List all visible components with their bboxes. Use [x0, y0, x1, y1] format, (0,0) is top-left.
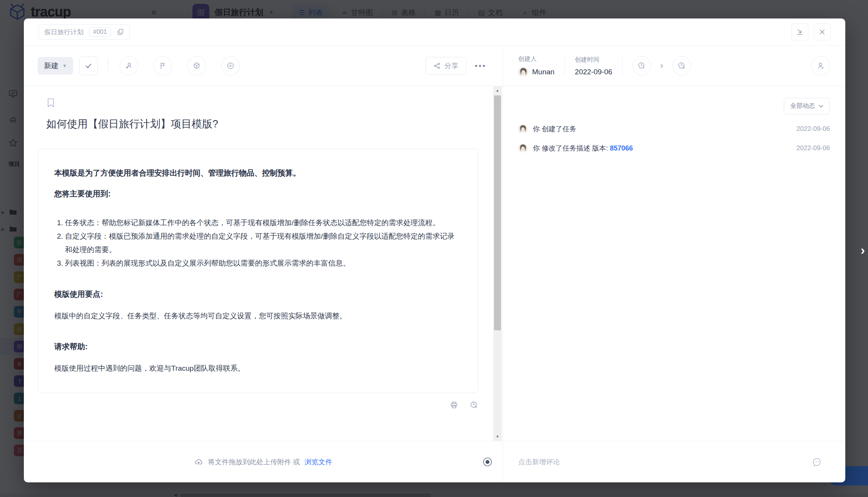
- chevron-down-icon: ▼: [62, 63, 67, 69]
- creator-block: 创建人 Munan: [518, 55, 554, 77]
- task-type-button[interactable]: [187, 56, 206, 75]
- description-list: 任务状态：帮助您标记新媒体工作中的各个状态，可基于现有模版增加/删除任务状态以适…: [54, 216, 462, 270]
- attachment-bar: 将文件拖放到此处上传附件 或 浏览文件: [24, 441, 502, 482]
- share-icon: [434, 62, 441, 69]
- priority-flag-button[interactable]: [154, 56, 172, 75]
- description-footer-icons: [38, 401, 478, 409]
- copy-icon[interactable]: [117, 28, 124, 36]
- task-toolbar: 新建 ▼: [24, 46, 502, 86]
- vertical-scrollbar[interactable]: ▲ ▼: [493, 86, 502, 441]
- breadcrumb-project: 假日旅行计划: [44, 28, 83, 37]
- description-list-item: 任务状态：帮助您标记新媒体工作中的各个状态，可基于现有模版增加/删除任务状态以适…: [65, 216, 462, 229]
- check-icon: [84, 62, 93, 70]
- clock-history-icon: [470, 401, 478, 409]
- description-list-item: 自定义字段：模版已预添加通用的需求处理的自定义字段，可基于现有模版增加/删除自定…: [65, 229, 462, 256]
- meta-divider: [564, 55, 565, 77]
- close-icon: [818, 28, 826, 36]
- cube-icon: [192, 62, 201, 70]
- record-icon: [482, 457, 492, 467]
- activity-text: 你 创建了任务: [533, 124, 576, 134]
- chevron-down-icon: [819, 105, 823, 108]
- assign-member-button[interactable]: [120, 56, 138, 75]
- watcher-button[interactable]: [811, 56, 830, 75]
- history-button[interactable]: [470, 401, 478, 409]
- comment-bubble-icon[interactable]: [811, 457, 822, 467]
- share-label: 分享: [444, 61, 458, 70]
- task-description-area: 如何使用【假日旅行计划】项目模版? 本模版是为了方便使用者合理安排出行时间、管理…: [24, 86, 502, 441]
- clock-pause-icon: [678, 62, 686, 70]
- activity-item: 你 修改了任务描述 版本: 857066 2022-09-06: [518, 144, 830, 153]
- date-field-icons: ›: [633, 56, 691, 75]
- modal-header: 假日旅行计划 #001: [24, 18, 845, 46]
- task-left-pane: 新建 ▼: [24, 46, 502, 482]
- created-time-label: 创建时间: [575, 56, 612, 64]
- activity-text: 你 修改了任务描述 版本: 857066: [533, 144, 633, 153]
- version-circle-icon: [226, 62, 235, 70]
- toolbar-divider: [108, 58, 108, 74]
- created-date: 2022-09-06: [575, 68, 612, 76]
- share-button[interactable]: 分享: [426, 57, 466, 75]
- arrow-right-icon: ›: [660, 61, 663, 71]
- activity-avatar: [518, 144, 527, 153]
- description-intro-line: 您将主要使用到:: [54, 187, 462, 201]
- print-button[interactable]: [450, 401, 458, 409]
- more-actions-button[interactable]: •••: [475, 62, 486, 70]
- comment-bar: 点击新增评论: [503, 441, 845, 482]
- activity-filter-label: 全部动态: [790, 102, 815, 110]
- clock-play-icon: [638, 62, 646, 70]
- activity-text-prefix: 你 修改了任务描述 版本:: [533, 144, 610, 152]
- task-meta-row: 创建人 Munan 创建时间 2022-09-06: [503, 46, 845, 86]
- expand-panel-chevron[interactable]: ›: [861, 243, 865, 258]
- task-detail-modal: 假日旅行计划 #001 新建: [24, 18, 845, 482]
- vertical-scroll-thumb[interactable]: [494, 95, 501, 330]
- activity-item: 你 创建了任务 2022-09-06: [518, 124, 830, 134]
- complete-check-button[interactable]: [79, 57, 98, 75]
- due-time-button[interactable]: [673, 56, 691, 75]
- header-buttons: [791, 23, 831, 40]
- description-list-item: 列表视图：列表的展现形式以及自定义展示列帮助您以需要的形式展示需求的丰富信息。: [65, 256, 462, 270]
- person-check-icon: [816, 62, 825, 70]
- screen: tracup « 假 假日旅行计划 ▼ ☰列表 ≂甘特图 ⊞表格 ▦日历 ▤文档…: [0, 0, 868, 497]
- description-box[interactable]: 本模版是为了方便使用者合理安排出行时间、管理旅行物品、控制预算。 您将主要使用到…: [38, 149, 478, 393]
- version-button[interactable]: [221, 56, 240, 75]
- creator-name: Munan: [532, 68, 554, 76]
- description-section-heading: 模版使用要点:: [54, 287, 462, 301]
- record-button[interactable]: [482, 457, 492, 467]
- comment-input[interactable]: 点击新增评论: [518, 457, 811, 467]
- activity-feed: 全部动态 你 创建了任务 2022-09-06 你 修改了任务描述 版本: 85…: [503, 86, 845, 441]
- activity-date: 2022-09-06: [796, 125, 830, 133]
- description-section-heading: 请求帮助:: [54, 340, 462, 353]
- activity-avatar: [518, 124, 527, 134]
- activity-date: 2022-09-06: [796, 144, 830, 152]
- drop-text: 将文件拖放到此处上传附件 或: [208, 457, 300, 467]
- task-right-pane: 创建人 Munan 创建时间 2022-09-06: [502, 46, 845, 482]
- close-button[interactable]: [814, 23, 831, 40]
- bookmark-icon[interactable]: [46, 98, 502, 108]
- printer-icon: [450, 401, 458, 409]
- scroll-up-arrow-icon[interactable]: ▲: [493, 89, 502, 92]
- description-section-body: 模版使用过程中遇到的问题，欢迎与Tracup团队取得联系。: [54, 362, 462, 375]
- description-intro-line: 本模版是为了方便使用者合理安排出行时间、管理旅行物品、控制预算。: [54, 166, 462, 180]
- creator-avatar: [518, 67, 528, 77]
- status-label: 新建: [44, 61, 58, 71]
- activity-filter-dropdown[interactable]: 全部动态: [784, 98, 830, 114]
- description-section-body: 模版中的自定义字段、任务类型、任务状态等均可自定义设置，您可按照实际场景做调整。: [54, 310, 462, 323]
- download-icon: [796, 28, 804, 36]
- task-id-badge: #001: [89, 27, 111, 37]
- file-drop-zone[interactable]: 将文件拖放到此处上传附件 或 浏览文件: [24, 457, 502, 467]
- export-download-button[interactable]: [791, 23, 808, 40]
- flag-icon: [159, 62, 167, 70]
- status-new-button[interactable]: 新建 ▼: [38, 57, 73, 75]
- add-member-icon: [125, 62, 133, 70]
- browse-files-link[interactable]: 浏览文件: [305, 457, 332, 467]
- modal-body: 新建 ▼: [24, 46, 845, 482]
- scroll-down-arrow-icon[interactable]: ▼: [493, 435, 502, 438]
- quick-field-icons: [120, 56, 240, 75]
- start-time-button[interactable]: [633, 56, 651, 75]
- meta-divider: [622, 55, 623, 77]
- version-link[interactable]: 857066: [610, 144, 633, 152]
- breadcrumb[interactable]: 假日旅行计划 #001: [38, 24, 130, 40]
- task-title: 如何使用【假日旅行计划】项目模版?: [46, 117, 502, 131]
- created-time-block: 创建时间 2022-09-06: [575, 56, 612, 76]
- cloud-upload-icon: [194, 457, 203, 467]
